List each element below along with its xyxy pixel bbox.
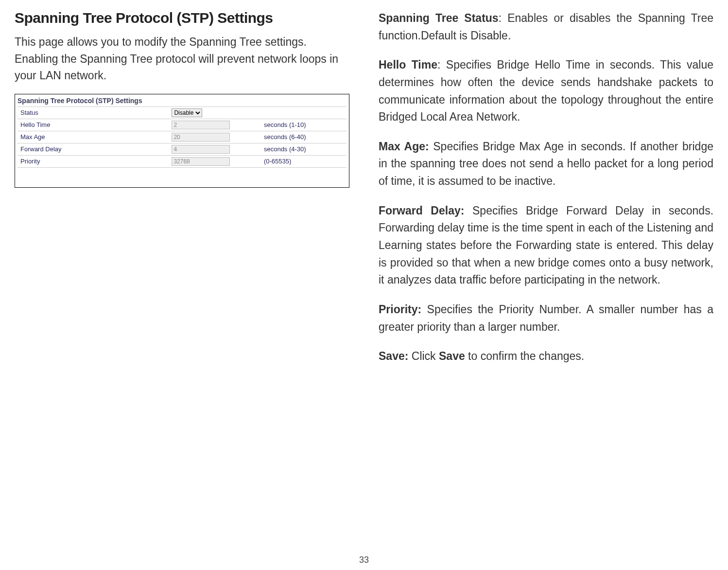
- hint-hello-time: seconds (1-10): [261, 119, 347, 131]
- page-title: Spanning Tree Protocol (STP) Settings: [15, 10, 349, 26]
- row-hello-time: Hello Time seconds (1-10): [17, 119, 347, 131]
- status-select[interactable]: Disable: [172, 108, 202, 117]
- term-forward-delay: Forward Delay:: [379, 204, 464, 217]
- def-priority: Priority: Specifies the Priority Number.…: [379, 301, 713, 336]
- label-priority: Priority: [17, 155, 169, 167]
- term-spanning-tree-status: Spanning Tree Status: [379, 12, 499, 24]
- right-column: Spanning Tree Status: Enables or disable…: [379, 10, 713, 377]
- row-priority: Priority (0-65535): [17, 155, 347, 167]
- hint-forward-delay: seconds (4-30): [261, 143, 347, 155]
- term-max-age: Max Age:: [379, 140, 429, 153]
- label-hello-time: Hello Time: [17, 119, 169, 131]
- def-forward-delay: Forward Delay: Specifies Bridge Forward …: [379, 202, 713, 289]
- row-forward-delay: Forward Delay seconds (4-30): [17, 143, 347, 155]
- def-hello-time: Hello Time: Specifies Bridge Hello Time …: [379, 56, 713, 126]
- save-pre: Click: [412, 350, 439, 362]
- max-age-input[interactable]: [172, 133, 230, 142]
- left-column: Spanning Tree Protocol (STP) Settings Th…: [15, 10, 349, 377]
- stp-settings-table: Status Disable Hello Time seconds (1-10)…: [17, 107, 347, 168]
- sep: [464, 204, 472, 217]
- save-post: to confirm the changes.: [465, 350, 584, 362]
- text-priority: Specifies the Priority Number. A smaller…: [379, 303, 713, 333]
- forward-delay-input[interactable]: [172, 145, 230, 154]
- stp-settings-title: Spanning Tree Protocol (STP) Settings: [17, 97, 347, 105]
- label-max-age: Max Age: [17, 131, 169, 143]
- term-priority: Priority:: [379, 303, 421, 316]
- hint-priority: (0-65535): [261, 155, 347, 167]
- sep: :: [437, 58, 446, 71]
- row-max-age: Max Age seconds (6-40): [17, 131, 347, 143]
- hint-max-age: seconds (6-40): [261, 131, 347, 143]
- label-status: Status: [17, 107, 169, 119]
- priority-input[interactable]: [172, 157, 230, 166]
- intro-text: This page allows you to modify the Spann…: [15, 34, 349, 84]
- term-hello-time: Hello Time: [379, 58, 437, 71]
- sep: [421, 303, 427, 316]
- def-max-age: Max Age: Specifies Bridge Max Age in sec…: [379, 138, 713, 190]
- sep: [429, 140, 433, 153]
- def-spanning-tree-status: Spanning Tree Status: Enables or disable…: [379, 10, 713, 44]
- label-forward-delay: Forward Delay: [17, 143, 169, 155]
- page-number: 33: [0, 555, 728, 565]
- page-content: Spanning Tree Protocol (STP) Settings Th…: [15, 10, 713, 377]
- hello-time-input[interactable]: [172, 121, 230, 129]
- term-save: Save:: [379, 350, 408, 362]
- stp-settings-panel: Spanning Tree Protocol (STP) Settings St…: [15, 94, 349, 188]
- hint-status: [261, 107, 347, 119]
- save-bold: Save: [439, 350, 465, 362]
- def-save: Save: Click Save to confirm the changes.: [379, 348, 713, 365]
- row-status: Status Disable: [17, 107, 347, 119]
- sep: :: [499, 12, 508, 24]
